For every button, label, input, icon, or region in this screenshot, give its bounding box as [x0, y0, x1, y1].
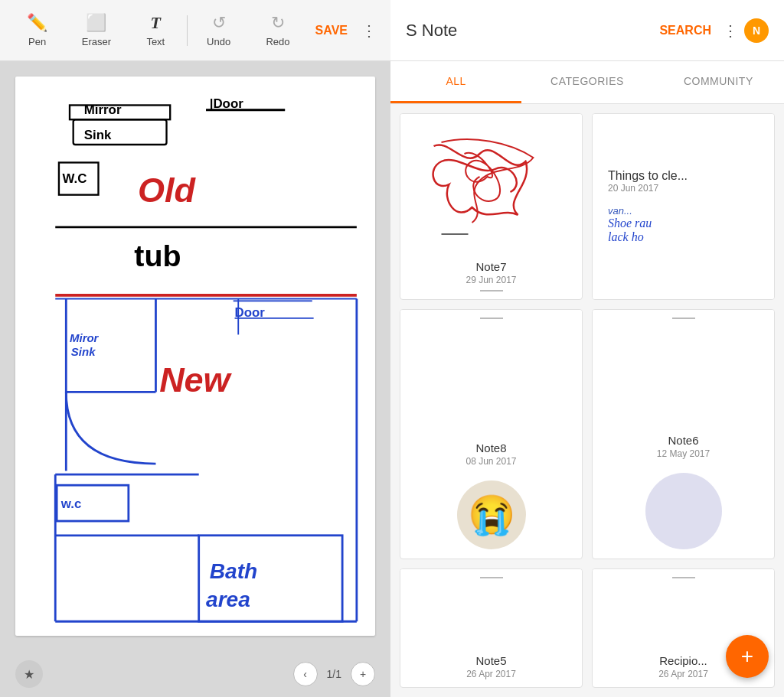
svg-text:Sink: Sink — [71, 345, 96, 358]
note-card-note7[interactable]: Note7 29 Jun 2017 — [400, 113, 583, 300]
svg-text:Miror: Miror — [70, 331, 100, 344]
tab-all-label: ALL — [446, 75, 466, 87]
note5-date: 26 Apr 2017 — [410, 669, 573, 679]
toolbar: ✏️ Pen ⬜ Eraser T Text ↺ Undo ↻ Redo SAV… — [0, 0, 390, 61]
things-preview: Things to cle... 20 Jun 2017 van... Shoe… — [593, 114, 774, 299]
svg-text:area: area — [206, 588, 250, 612]
drawing-canvas[interactable]: Mirror Sink |Door W.C Old tub Miror Si — [15, 77, 375, 636]
note6-circle — [645, 473, 722, 549]
redo-tool[interactable]: ↻ Redo — [248, 4, 307, 57]
note5-title: Note5 — [410, 654, 573, 667]
note8-preview — [400, 310, 582, 435]
tab-categories[interactable]: CATEGORIES — [521, 61, 652, 103]
user-avatar[interactable]: N — [744, 18, 769, 43]
note6-preview — [593, 310, 774, 427]
search-button[interactable]: SEARCH — [659, 24, 711, 37]
text-icon: T — [151, 13, 161, 33]
right-header: S Note SEARCH ⋮ N — [390, 0, 784, 61]
canvas-svg: Mirror Sink |Door W.C Old tub Miror Si — [15, 77, 375, 636]
things-body: van... Shoe rau lack ho — [608, 205, 759, 244]
things-text-content: Things to cle... 20 Jun 2017 van... Shoe… — [600, 161, 766, 252]
note7-title: Note7 — [410, 260, 573, 273]
star-button[interactable]: ★ — [15, 660, 43, 688]
svg-text:W.C: W.C — [63, 171, 87, 186]
notes-grid: Note7 29 Jun 2017 Things to cle... 20 Ju… — [390, 104, 784, 697]
undo-tool[interactable]: ↺ Undo — [189, 4, 248, 57]
svg-text:w.c: w.c — [60, 497, 82, 511]
left-panel: ✏️ Pen ⬜ Eraser T Text ↺ Undo ↻ Redo SAV… — [0, 0, 390, 697]
pen-icon: ✏️ — [27, 13, 47, 33]
things-title-text: Things to cle... — [608, 169, 759, 183]
note7-preview — [400, 114, 582, 254]
undo-label: Undo — [207, 36, 230, 47]
note7-footer: Note7 29 Jun 2017 — [400, 254, 582, 299]
tab-categories-label: CATEGORIES — [550, 75, 624, 87]
note7-date: 29 Jun 2017 — [410, 275, 573, 285]
bottom-left: ★ — [15, 660, 43, 688]
note8-title: Note8 — [410, 441, 573, 454]
tab-bar: ALL CATEGORIES COMMUNITY — [390, 61, 784, 104]
page-indicator: 1/1 — [327, 668, 341, 680]
note5-preview — [400, 569, 582, 648]
note8-footer: Note8 08 Jun 2017 — [400, 435, 582, 474]
svg-text:tub: tub — [134, 239, 181, 272]
toolbar-divider — [187, 15, 188, 46]
tab-community-label: COMMUNITY — [684, 75, 753, 87]
star-icon: ★ — [24, 667, 34, 682]
note5-footer: Note5 26 Apr 2017 — [400, 648, 582, 687]
right-content-wrapper: Note7 29 Jun 2017 Things to cle... 20 Ju… — [390, 104, 784, 697]
things-date-text: 20 Jun 2017 — [608, 183, 759, 194]
text-tool[interactable]: T Text — [126, 4, 185, 57]
eraser-icon: ⬜ — [86, 13, 106, 33]
page-navigation: ‹ 1/1 + — [293, 662, 375, 686]
svg-text:Bath: Bath — [210, 559, 257, 583]
svg-rect-17 — [234, 300, 312, 301]
more-options-button[interactable]: ⋮ — [355, 21, 383, 40]
pen-tool[interactable]: ✏️ Pen — [8, 4, 67, 57]
note-card-note5[interactable]: Note5 26 Apr 2017 — [400, 568, 583, 688]
prev-page-button[interactable]: ‹ — [293, 662, 318, 686]
note7-dash — [480, 290, 503, 292]
bottom-bar: ★ ‹ 1/1 + — [0, 651, 390, 697]
note-card-note6[interactable]: Note6 12 May 2017 — [592, 309, 775, 559]
svg-text:Sink: Sink — [84, 128, 112, 142]
next-page-button[interactable]: + — [351, 662, 375, 686]
redo-label: Redo — [266, 36, 289, 47]
note6-title: Note6 — [602, 434, 765, 447]
fab-button[interactable]: + — [726, 635, 769, 678]
undo-icon: ↺ — [212, 13, 226, 33]
eraser-tool[interactable]: ⬜ Eraser — [67, 4, 126, 57]
tab-community[interactable]: COMMUNITY — [653, 61, 784, 103]
app-title: S Note — [406, 21, 659, 41]
svg-text:New: New — [159, 360, 232, 399]
svg-text:|Door: |Door — [210, 96, 243, 111]
right-panel: S Note SEARCH ⋮ N ALL CATEGORIES COMMUNI… — [390, 0, 784, 697]
redo-icon: ↻ — [271, 13, 285, 33]
tab-all[interactable]: ALL — [390, 61, 521, 103]
note8-date: 08 Jun 2017 — [410, 456, 573, 467]
save-button[interactable]: SAVE — [308, 24, 355, 37]
right-more-button[interactable]: ⋮ — [723, 21, 738, 40]
note-card-things[interactable]: Things to cle... 20 Jun 2017 van... Shoe… — [592, 113, 775, 300]
eraser-label: Eraser — [82, 36, 111, 47]
note-card-note8[interactable]: Note8 08 Jun 2017 😭 — [400, 309, 583, 559]
note6-date: 12 May 2017 — [602, 448, 765, 459]
note7-scribble-svg — [400, 123, 582, 246]
svg-text:Mirror: Mirror — [84, 103, 122, 117]
note8-emoji: 😭 — [457, 480, 526, 549]
text-label: Text — [146, 36, 165, 47]
svg-text:Old: Old — [138, 171, 196, 210]
pen-label: Pen — [28, 36, 46, 47]
note6-footer: Note6 12 May 2017 — [593, 428, 774, 467]
